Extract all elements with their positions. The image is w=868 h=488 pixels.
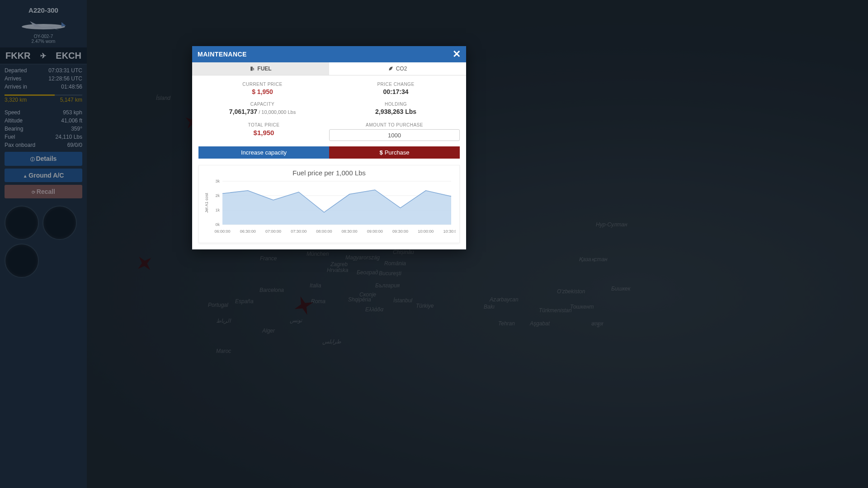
purchase-button-label: Purchase [385,149,410,156]
capacity-label: CAPACITY [196,102,329,107]
chart-svg: 0k1k2k3k06:00:0006:30:0007:00:0007:30:00… [203,178,456,237]
close-icon[interactable]: ✕ [453,49,461,59]
increase-capacity-button[interactable]: Increase capacity [198,146,329,159]
tab-co2[interactable]: CO2 [329,62,466,75]
total-price-label: TOTAL PRICE [198,122,329,127]
leaf-icon [388,66,394,71]
svg-text:09:00:00: 09:00:00 [367,229,383,234]
svg-text:3k: 3k [215,179,220,183]
tab-fuel-label: FUEL [257,66,271,72]
price-change-label: PRICE CHANGE [329,82,462,87]
svg-text:2k: 2k [215,193,220,198]
maintenance-modal: MAINTENANCE ✕ FUEL CO2 CURRENT PRICE $ 1… [192,46,466,249]
fuel-price-chart: Fuel price per 1,000 Lbs 0k1k2k3k06:00:0… [198,165,460,243]
svg-text:10:00:00: 10:00:00 [418,229,434,234]
svg-text:08:00:00: 08:00:00 [316,229,332,234]
amount-label: AMOUNT TO PURCHASE [329,122,460,127]
amount-input[interactable] [329,129,460,141]
fuel-icon [250,66,255,71]
tab-co2-label: CO2 [396,66,407,72]
svg-text:08:30:00: 08:30:00 [342,229,358,234]
svg-text:06:00:00: 06:00:00 [214,229,230,234]
svg-text:07:30:00: 07:30:00 [291,229,307,234]
svg-text:0k: 0k [215,222,220,227]
holding-label: HOLDING [329,102,462,107]
purchase-button[interactable]: $ Purchase [329,146,460,159]
svg-text:1k: 1k [215,208,220,212]
increase-capacity-label: Increase capacity [241,149,287,156]
svg-text:07:00:00: 07:00:00 [265,229,281,234]
dollar-icon: $ [379,149,382,156]
tab-fuel[interactable]: FUEL [192,62,329,75]
capacity-value: 7,061,737 / 10,000,000 Lbs [196,108,329,115]
svg-text:06:30:00: 06:30:00 [240,229,256,234]
total-price-value: $1,950 [198,129,329,136]
svg-text:Jet A1 cost: Jet A1 cost [204,192,209,213]
svg-text:10:30:00: 10:30:00 [443,229,456,234]
svg-text:09:30:00: 09:30:00 [392,229,408,234]
price-change-value: 00:17:34 [329,88,462,95]
modal-header: MAINTENANCE ✕ [192,46,466,62]
holding-value: 2,938,263 Lbs [329,108,462,115]
modal-title: MAINTENANCE [198,51,247,58]
chart-title: Fuel price per 1,000 Lbs [203,169,456,177]
current-price-label: CURRENT PRICE [196,82,329,87]
current-price-value: $ 1,950 [196,88,329,95]
